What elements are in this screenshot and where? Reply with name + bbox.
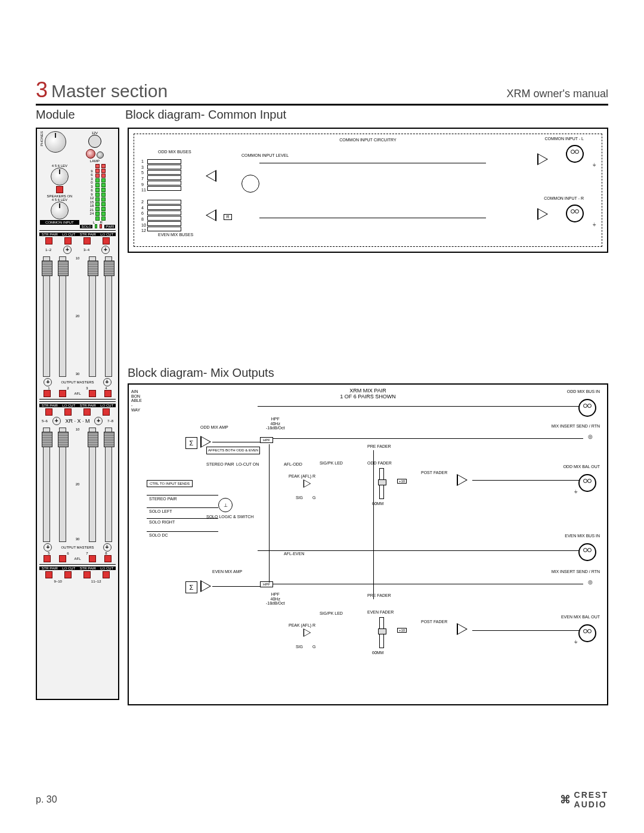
- plus10-odd: +10: [397, 479, 407, 484]
- r-even: R: [312, 623, 315, 628]
- xlr-icon: [566, 205, 584, 222]
- sigpk-odd: SIG/PK LED: [320, 461, 343, 466]
- lc5: LO CUT: [62, 566, 75, 570]
- eb4: 4: [141, 206, 146, 210]
- amp-icon: [206, 170, 216, 182]
- common-input-knob: [51, 202, 69, 219]
- wire-icon: [373, 450, 374, 599]
- amp-icon: [206, 209, 216, 221]
- fader-1: [43, 256, 50, 377]
- twelve-v-label: 12V: [74, 131, 115, 135]
- common-input-level-label: COMMON INPUT LEVEL: [242, 153, 289, 158]
- common-circuit-title: COMMON INPUT CIRCUITRY: [339, 138, 396, 142]
- m6: 9: [90, 193, 94, 196]
- lc4: LO CUT: [100, 404, 113, 407]
- subtitle-diagram1: Block diagram- Common Input: [125, 108, 608, 122]
- hpf0a: HPF: [271, 417, 280, 421]
- sixty-even: 60MM: [372, 651, 383, 655]
- post-even: POST FADER: [421, 620, 447, 624]
- xlr-icon: [578, 474, 596, 492]
- affects-box: AFFECTS BOTH ODD & EVEN: [206, 447, 260, 454]
- afl-3: [89, 390, 96, 397]
- strpair-btn-4: [83, 408, 91, 416]
- afl-lbl1: AFL: [74, 392, 80, 395]
- sr-row: SOLO RIGHT: [149, 520, 175, 525]
- pair1112: 11–12: [91, 580, 101, 583]
- afl-1: [44, 390, 51, 397]
- solo-led: [95, 224, 97, 228]
- hpf-box: HPF: [260, 437, 273, 443]
- even-bal: EVEN MIX BAL OUT: [561, 615, 600, 620]
- eb8: 8: [141, 217, 146, 222]
- page-footer: p. 30 ⌘ CREST AUDIO: [36, 790, 608, 809]
- amp-icon: [304, 628, 311, 637]
- hpf0b: 40Hz: [271, 422, 280, 426]
- phones-label: PHONES: [40, 131, 44, 146]
- wire-icon: [273, 584, 583, 584]
- wire-icon: [259, 218, 486, 218]
- hpf1a: HPF: [271, 592, 280, 596]
- sigpk-even: SIG/PK LED: [320, 611, 343, 616]
- odd-bus-in: ODD MIX BUS IN: [567, 389, 600, 394]
- solo-logic-label: SOLO LOGIC & SWITCH: [206, 515, 253, 519]
- ob9: 9: [141, 182, 146, 187]
- fader-5: [43, 428, 50, 542]
- wire-icon: [147, 495, 218, 496]
- pre-even: PRE FADER: [367, 593, 391, 598]
- fader-7: [89, 428, 96, 542]
- page-number: p. 30: [36, 794, 57, 805]
- fader-icon: [379, 617, 384, 648]
- eb6: 6: [141, 211, 146, 216]
- screw-icon: +: [101, 246, 110, 254]
- r-box: R: [224, 214, 232, 220]
- module-column: PHONES 12V LAMP 4 5: [36, 128, 119, 705]
- fader-6: [59, 428, 66, 542]
- eb12: 12: [141, 228, 146, 233]
- amp-icon: [304, 479, 311, 488]
- ground-icon: ⏚: [574, 640, 577, 643]
- phones-jack-icon: [45, 131, 66, 153]
- subtitle-module: Module: [36, 108, 125, 122]
- diagram-column: COMMON INPUT CIRCUITRY ODD MIX BUSES 1 3…: [128, 128, 608, 705]
- g-even: G: [312, 645, 315, 649]
- amp-icon: [200, 580, 211, 592]
- ground-icon: ⏚: [593, 222, 596, 226]
- wire-icon: [472, 480, 580, 481]
- locut-btn-3: [64, 408, 72, 416]
- lamp-button: [97, 151, 104, 159]
- afl-8: [104, 555, 112, 562]
- brand-line1: CREST: [574, 790, 608, 800]
- ob1: 1: [141, 159, 146, 164]
- post-odd: POST FADER: [421, 470, 447, 475]
- amp-icon: [537, 208, 548, 220]
- screw-icon: +: [52, 417, 61, 425]
- afl-6: [59, 555, 66, 562]
- manual-page: 3 Master section XRM owner's manual Modu…: [0, 0, 644, 833]
- sp5: STR PAIR: [42, 566, 58, 570]
- ob3: 3: [141, 165, 146, 170]
- n3: 3: [86, 386, 88, 390]
- speakers-on-label: SPEAKERS ON: [47, 194, 72, 198]
- ins-odd: MIX INSERT SEND / RTN: [552, 424, 600, 429]
- ctrl-box: CTRL TO INPUT SENDS: [147, 480, 193, 487]
- sp3: STR PAIR: [42, 404, 58, 407]
- n7: 7: [86, 552, 88, 555]
- amp-icon: [537, 153, 548, 165]
- sigma-icon: Σ: [185, 581, 197, 593]
- wire-icon: [258, 406, 580, 407]
- wire-icon: [212, 586, 260, 587]
- g-odd: G: [312, 496, 315, 500]
- bus-arrow-icon: [147, 210, 181, 215]
- xlr-icon: [566, 145, 584, 163]
- brand-line2: AUDIO: [574, 800, 607, 809]
- locut-btn-6: [103, 571, 110, 578]
- hpf1c: -18dB/Oct: [266, 601, 285, 605]
- fm30a: 30: [76, 372, 80, 376]
- lb2: ABLE: [131, 398, 142, 402]
- pre-odd: PRE FADER: [367, 444, 391, 449]
- odd-amp-label: ODD MIX AMP: [200, 425, 228, 430]
- subtitles-row: Module Block diagram- Common Input: [36, 108, 608, 122]
- speakers-on-button: [56, 186, 63, 193]
- bus-arrow-icon: [147, 227, 181, 231]
- pair34: 3–4: [83, 248, 89, 252]
